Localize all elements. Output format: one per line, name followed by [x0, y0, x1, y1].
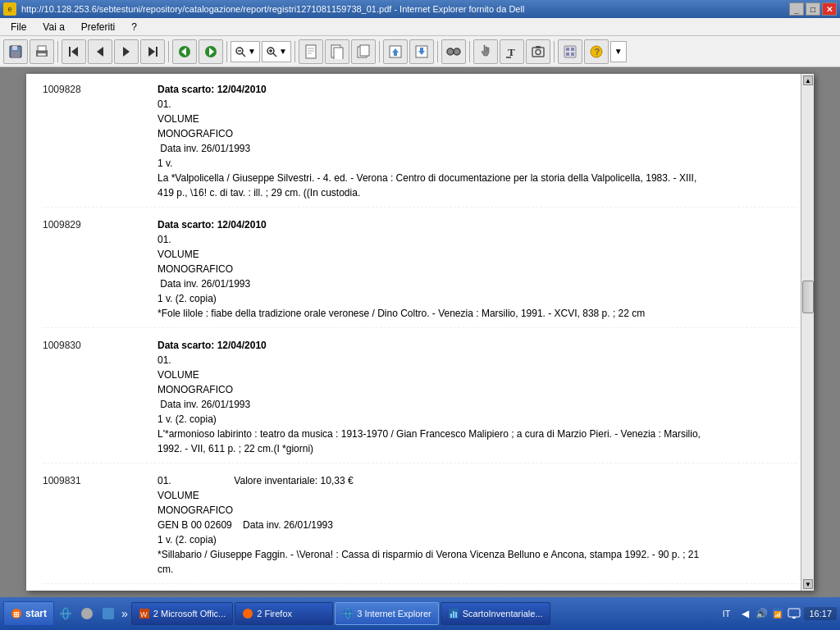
print-button[interactable] [30, 39, 54, 64]
record-id: 1009831 [43, 473, 158, 577]
svg-rect-1 [12, 46, 17, 50]
record-content: Data scarto: 12/04/2010 01. VOLUME MONOG… [158, 217, 797, 321]
snapshot-button[interactable] [526, 39, 550, 64]
record-line: 1 v. (2. copia) [158, 291, 797, 306]
help-dropdown[interactable]: ▼ [610, 41, 627, 62]
record-line: Data inv. 26/01/1993 [158, 141, 797, 156]
svg-marker-7 [71, 47, 78, 57]
svg-rect-2 [11, 52, 20, 57]
page-btn1[interactable] [299, 39, 323, 64]
restore-button[interactable]: □ [806, 2, 820, 16]
svg-line-20 [273, 53, 276, 57]
record-line: VOLUME [158, 247, 797, 262]
page-btn2[interactable] [325, 39, 349, 64]
record-line: MONOGRAFICO [158, 503, 797, 518]
svg-rect-47 [571, 52, 574, 56]
separator [57, 41, 58, 62]
svg-marker-11 [148, 47, 155, 57]
svg-point-36 [454, 48, 460, 55]
scroll-up-button[interactable]: ▲ [803, 75, 813, 85]
record-id: 1009828 [43, 82, 158, 200]
record-line: L'*armonioso labirinto : teatro da music… [158, 427, 797, 441]
svg-point-41 [536, 49, 541, 54]
separator7 [469, 41, 470, 62]
next-page-button[interactable] [114, 39, 139, 64]
svg-marker-8 [97, 47, 103, 57]
svg-rect-5 [38, 53, 46, 56]
find-button[interactable] [441, 39, 466, 64]
svg-rect-30 [360, 45, 369, 56]
svg-rect-44 [566, 48, 569, 51]
pdf-viewer: 1009828 Data scarto: 12/04/2010 01. VOLU… [26, 74, 814, 591]
svg-rect-28 [334, 48, 343, 59]
scroll-down-button[interactable]: ▼ [803, 579, 813, 589]
record-line: 01. [158, 232, 797, 247]
record-id: 1009830 [43, 338, 158, 456]
content-area: 1009828 Data scarto: 12/04/2010 01. VOLU… [0, 67, 840, 597]
save-button[interactable] [3, 39, 28, 64]
record-line: Data scarto: 12/04/2010 [158, 338, 797, 353]
record-line: 1 v. (2. copia) [158, 532, 797, 547]
export-btn1[interactable] [383, 39, 408, 64]
separator3 [226, 41, 227, 62]
menu-help[interactable]: ? [124, 19, 144, 35]
scrollbar[interactable]: ▲ ▼ [801, 74, 814, 591]
browser-icon: e [3, 2, 16, 16]
record-line: Data inv. 26/01/1993 [158, 276, 797, 291]
record-line: MONOGRAFICO [158, 262, 797, 276]
menu-goto[interactable]: Vai a [35, 19, 71, 35]
menu-favorites[interactable]: Preferiti [74, 19, 122, 35]
forward-button[interactable] [199, 39, 223, 64]
record-line: 01. Valore inventariale: 10,33 € [158, 473, 797, 488]
record-content: Data scarto: 12/04/2010 01. VOLUME MONOG… [158, 82, 797, 200]
record-line: *Sillabario / Giuseppe Faggin. - \Verona… [158, 547, 797, 562]
svg-rect-40 [532, 48, 544, 57]
svg-text:T: T [508, 46, 515, 58]
zoom-in-button[interactable]: ▼ [262, 41, 291, 62]
svg-text:?: ? [594, 47, 600, 57]
svg-rect-45 [571, 48, 574, 51]
record-line: MONOGRAFICO [158, 382, 797, 397]
close-button[interactable]: ✕ [822, 2, 837, 16]
svg-rect-4 [38, 46, 46, 51]
record-line: 419 p., \16! c. di tav. : ill. ; 29 cm. … [158, 185, 797, 200]
record-line: 1 v. (2. copia) [158, 412, 797, 427]
record-line: 1992. - VII, 611 p. ; 22 cm.(I *giorni) [158, 441, 797, 456]
scroll-thumb[interactable] [802, 281, 814, 313]
separator8 [554, 41, 555, 62]
record-content: Data scarto: 12/04/2010 01. VOLUME MONOG… [158, 338, 797, 456]
record-content: 01. Valore inventariale: 10,33 € VOLUME … [158, 473, 797, 577]
page-btn3[interactable] [351, 39, 376, 64]
prev-page-button[interactable] [88, 39, 112, 64]
first-page-button[interactable] [62, 39, 86, 64]
separator4 [294, 41, 295, 62]
select-button[interactable] [473, 39, 498, 64]
viewer-button[interactable] [558, 39, 582, 64]
svg-rect-42 [536, 46, 541, 48]
svg-rect-46 [566, 52, 569, 56]
record-line: Data scarto: 12/04/2010 [158, 82, 797, 97]
record-line: *Fole lilole : fiabe della tradizione or… [158, 306, 797, 321]
record-line: GEN B 00 02609 Data inv. 26/01/1993 [158, 518, 797, 532]
menu-file[interactable]: File [3, 19, 34, 35]
zoom-out-button[interactable]: ▼ [231, 41, 260, 62]
svg-line-17 [242, 53, 245, 57]
separator6 [437, 41, 438, 62]
export-btn2[interactable] [409, 39, 434, 64]
text-select-button[interactable]: T [500, 39, 524, 64]
svg-marker-9 [123, 47, 130, 57]
minimize-button[interactable]: _ [789, 2, 804, 16]
back-button[interactable] [172, 39, 197, 64]
last-page-button[interactable] [140, 39, 165, 64]
record-line: 01. [158, 353, 797, 368]
record-line: VOLUME [158, 368, 797, 382]
help-button[interactable]: ? [584, 39, 609, 64]
record-1009829: 1009829 Data scarto: 12/04/2010 01. VOLU… [43, 217, 797, 328]
svg-point-35 [447, 48, 454, 55]
record-line: Data scarto: 12/04/2010 [158, 217, 797, 232]
svg-rect-23 [306, 45, 316, 58]
separator5 [379, 41, 380, 62]
title-bar: e http://10.128.253.6/sebtestuni/reposit… [0, 0, 840, 18]
record-line: VOLUME [158, 112, 797, 126]
separator2 [168, 41, 169, 62]
